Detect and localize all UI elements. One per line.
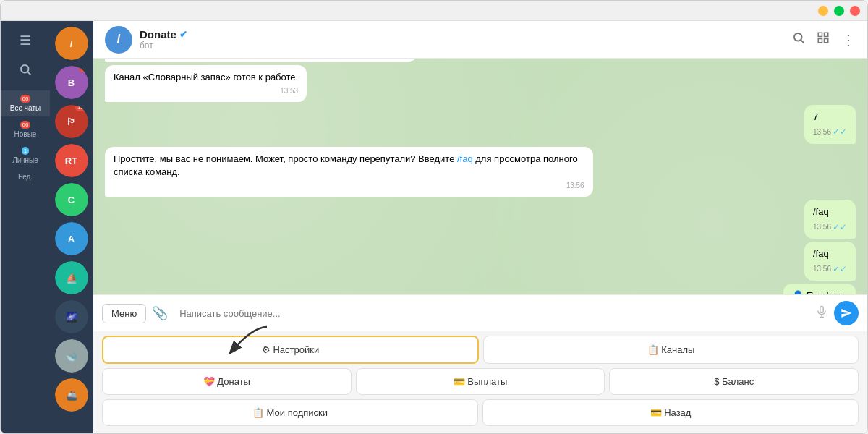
message-time: 13:53 — [114, 86, 298, 96]
messages-area[interactable]: Чтобы закончить регистрацию, нам необход… — [93, 59, 867, 294]
message-link[interactable]: /faq — [457, 153, 473, 164]
app-window: — □ ✕ ☰ 66 Все чаты 66 Новые 1 — [0, 0, 868, 434]
message-time: 13:56 ✓✓ — [813, 263, 847, 276]
message-text: /faq — [813, 247, 847, 260]
message-text: /faq — [813, 205, 847, 218]
keyboard-button-1-1[interactable]: 💳 Выплаты — [356, 368, 605, 395]
keyboard-button-1-2[interactable]: $ Баланс — [609, 368, 859, 395]
message-text: 7 — [813, 111, 847, 124]
chat-panel: / Donate ✔ бот — [93, 21, 867, 433]
message-text: 👤 Профиль — [792, 289, 847, 294]
message-bubble-msg8: /faq13:56 ✓✓ — [804, 200, 856, 239]
message-checkmarks: ✓✓ — [833, 126, 847, 138]
keyboard-button-2-1[interactable]: 💳 Назад — [482, 399, 859, 426]
message-time: 13:56 ✓✓ — [813, 221, 847, 234]
bot-keyboard: ⚙ Настройки📋 Каналы💝 Донаты💳 Выплаты$ Ба… — [93, 331, 867, 433]
message-bubble-msg9: /faq13:56 ✓✓ — [804, 242, 856, 281]
keyboard-button-0-0[interactable]: ⚙ Настройки — [102, 336, 479, 364]
keyboard-row-1: 💝 Донаты💳 Выплаты$ Баланс — [102, 368, 859, 395]
message-bubble-msg10: 👤 Профиль13:57 ✓✓ — [783, 284, 856, 294]
message-checkmarks: ✓✓ — [833, 263, 847, 276]
keyboard-button-2-0[interactable]: 📋 Мои подписки — [102, 399, 478, 426]
message-bubble-msg7: Простите, мы вас не понимаем. Может, про… — [105, 147, 593, 197]
main-content: ☰ 66 Все чаты 66 Новые 1 Личные Ред. — [1, 21, 867, 433]
keyboard-button-0-1[interactable]: 📋 Каналы — [483, 336, 859, 364]
message-time: 13:56 — [114, 181, 584, 191]
keyboard-button-1-0[interactable]: 💝 Донаты — [102, 368, 352, 395]
message-checkmarks: ✓✓ — [833, 221, 847, 234]
message-time: 13:56 ✓✓ — [813, 126, 847, 138]
message-bubble-msg6: 713:56 ✓✓ — [804, 105, 856, 144]
keyboard-row-0: ⚙ Настройки📋 Каналы — [102, 336, 859, 364]
message-text: Простите, мы вас не понимаем. Может, про… — [114, 153, 584, 179]
message-bubble-msg4: Подождите немного, мы проверяем ваш кана… — [105, 59, 417, 62]
message-text: Канал «Словарный запас» готов к работе. — [114, 71, 298, 84]
message-bubble-msg5: Канал «Словарный запас» готов к работе.1… — [105, 65, 307, 102]
keyboard-row-2: 📋 Мои подписки💳 Назад — [102, 399, 859, 426]
